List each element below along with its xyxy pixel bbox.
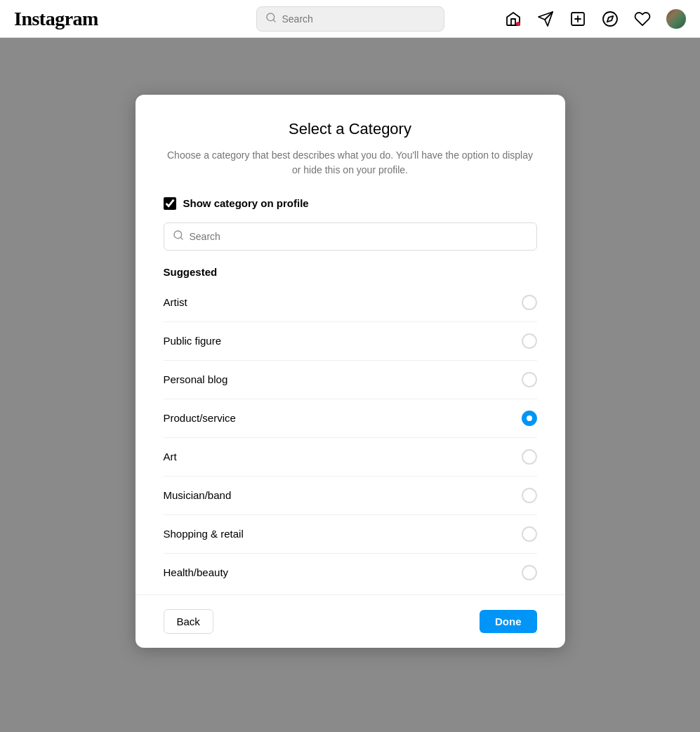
list-item[interactable]: Artist: [164, 284, 537, 322]
radio-personal-blog[interactable]: [522, 372, 537, 387]
navbar-search-icon: [265, 12, 277, 25]
navbar-icons: [505, 9, 686, 29]
category-name: Musician/band: [164, 489, 232, 501]
svg-point-7: [603, 12, 617, 26]
show-category-label: Show category on profile: [183, 197, 309, 209]
navbar-search-box[interactable]: [256, 6, 444, 32]
list-item[interactable]: Shopping & retail: [164, 515, 537, 554]
home-notification-dot: [516, 22, 520, 26]
back-button[interactable]: Back: [164, 609, 213, 634]
category-name: Product/service: [164, 412, 236, 424]
home-icon[interactable]: [505, 11, 522, 27]
background-overlay: Select a Category Choose a category that…: [0, 38, 700, 732]
list-item[interactable]: Public figure: [164, 322, 537, 361]
category-name: Art: [164, 451, 177, 463]
modal-title: Select a Category: [164, 120, 537, 138]
svg-marker-8: [607, 15, 613, 21]
show-category-row: Show category on profile: [164, 197, 537, 210]
category-name: Personal blog: [164, 373, 228, 385]
modal-subtitle: Choose a category that best describes wh…: [164, 148, 537, 178]
modal-body: Select a Category Choose a category that…: [136, 95, 565, 592]
svg-line-1: [273, 20, 275, 22]
svg-line-10: [180, 237, 183, 239]
done-button[interactable]: Done: [480, 610, 537, 633]
category-search-input[interactable]: [190, 231, 528, 242]
send-icon[interactable]: [537, 11, 554, 27]
suggested-label: Suggested: [164, 266, 537, 278]
category-name: Artist: [164, 296, 187, 308]
list-item[interactable]: Art: [164, 438, 537, 477]
category-search-icon: [173, 229, 184, 243]
category-name: Shopping & retail: [164, 528, 244, 540]
radio-product-service[interactable]: [522, 411, 537, 426]
category-list: Artist Public figure Personal blog Produ…: [164, 284, 537, 592]
radio-health-beauty[interactable]: [522, 565, 537, 580]
radio-public-figure[interactable]: [522, 333, 537, 349]
category-name: Public figure: [164, 335, 222, 347]
list-item[interactable]: Health/beauty: [164, 554, 537, 592]
modal-footer: Back Done: [136, 594, 565, 648]
avatar[interactable]: [666, 9, 686, 29]
list-item[interactable]: Product/service: [164, 399, 537, 438]
radio-musician-band[interactable]: [522, 488, 537, 503]
show-category-checkbox[interactable]: [164, 197, 176, 210]
instagram-logo: Instagram: [14, 8, 98, 30]
list-item[interactable]: Personal blog: [164, 361, 537, 399]
select-category-modal: Select a Category Choose a category that…: [136, 95, 565, 648]
radio-shopping-retail[interactable]: [522, 526, 537, 542]
heart-icon[interactable]: [634, 11, 651, 27]
list-item[interactable]: Musician/band: [164, 477, 537, 515]
new-post-icon[interactable]: [569, 11, 586, 27]
navbar-search-input[interactable]: [282, 13, 435, 25]
explore-icon[interactable]: [602, 11, 619, 27]
navbar: Instagram: [0, 0, 700, 38]
radio-artist[interactable]: [522, 295, 537, 310]
category-search-box[interactable]: [164, 222, 537, 251]
radio-art[interactable]: [522, 449, 537, 465]
category-name: Health/beauty: [164, 566, 229, 578]
